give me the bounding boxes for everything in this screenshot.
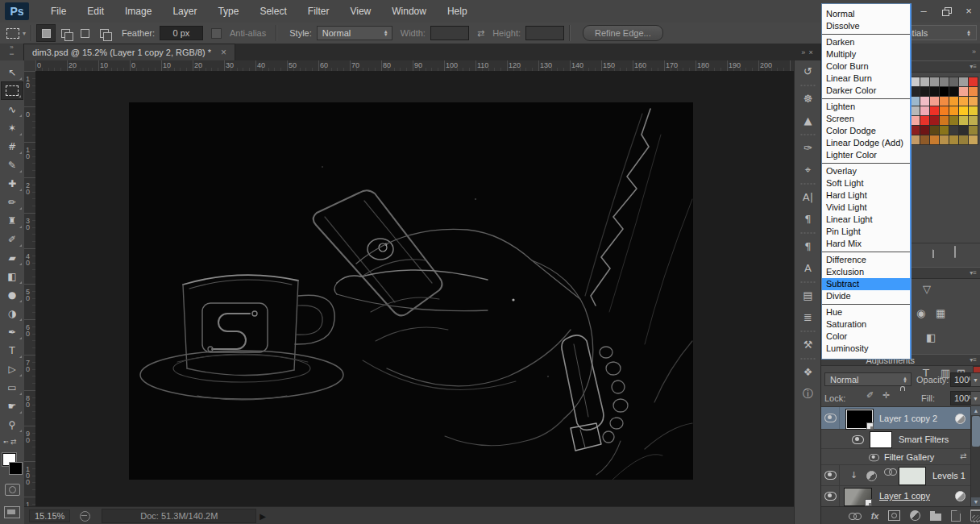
menu-type[interactable]: Type	[207, 1, 249, 22]
extensions-panel-button[interactable]: ❖	[795, 361, 821, 383]
dock-group-handle[interactable]	[800, 328, 816, 334]
add-mask-icon[interactable]	[888, 510, 900, 521]
opacity-dropdown-icon[interactable]: ▼	[970, 372, 980, 387]
info-panel-button[interactable]: ⓘ	[795, 383, 821, 405]
layer-style-fx-icon[interactable]: fx	[871, 511, 879, 521]
new-selection-button[interactable]	[36, 24, 56, 42]
quick-mask-button[interactable]	[5, 484, 20, 496]
document-tab[interactable]: dim3.psd @ 15.2% (Layer 1 copy 2, RGB/8)…	[23, 44, 235, 60]
blend-mode-option-darker-color[interactable]: Darker Color	[822, 85, 910, 97]
history-brush-tool[interactable]: ✐	[1, 230, 23, 248]
gradient-tool[interactable]: ◧	[1, 267, 23, 285]
type-tool[interactable]: T	[1, 341, 23, 360]
intersect-selection-button[interactable]	[94, 24, 114, 42]
swap-dimensions-icon[interactable]: ⇄	[477, 28, 484, 39]
new-adjustment-layer-icon[interactable]	[910, 510, 920, 521]
visibility-eye-icon[interactable]	[824, 471, 837, 480]
blend-mode-option-hue[interactable]: Hue	[822, 306, 910, 318]
tab-close-icon[interactable]: ×	[221, 47, 226, 58]
default-colors-icon[interactable]: ▪▫ ⇄	[3, 438, 23, 449]
new-group-icon[interactable]	[930, 514, 941, 521]
resize-grip[interactable]	[972, 515, 980, 523]
feather-input[interactable]: 0 px	[160, 26, 203, 40]
zoom-tool[interactable]: ⚲	[1, 415, 23, 434]
minimize-button[interactable]: –	[912, 0, 935, 22]
eraser-tool[interactable]: ▰	[1, 248, 23, 267]
current-tool-button[interactable]: ▾	[6, 28, 26, 39]
menu-filter[interactable]: Filter	[297, 1, 340, 22]
layer-comps-panel-button[interactable]: ▤	[795, 285, 821, 306]
paragraph-styles-panel-button[interactable]: ¶	[795, 235, 821, 257]
mask-thumbnail[interactable]	[899, 467, 926, 485]
refine-edge-button[interactable]: Refine Edge...	[583, 25, 663, 41]
menu-window[interactable]: Window	[381, 1, 437, 22]
delete-swatch-button[interactable]	[954, 247, 956, 257]
brush-tool[interactable]: ✏	[1, 193, 23, 211]
visibility-eye-icon[interactable]	[824, 492, 837, 501]
blend-mode-option-luminosity[interactable]: Luminosity	[822, 343, 910, 355]
restore-button[interactable]	[935, 0, 957, 22]
layer-row-smart-filters[interactable]: Smart Filters	[821, 430, 980, 449]
zoom-level-input[interactable]: 15.15%	[29, 509, 70, 522]
dock-group-handle[interactable]	[800, 356, 816, 361]
panel-menu-icon[interactable]: ▾≡	[970, 63, 977, 70]
color-swatch[interactable]	[968, 135, 978, 145]
background-color-swatch[interactable]	[9, 462, 23, 475]
rectangle-tool[interactable]: ▭	[1, 378, 23, 397]
ruler-origin-box[interactable]	[24, 60, 36, 72]
dock-group-handle[interactable]	[800, 279, 816, 285]
scroll-down-icon[interactable]: ▼	[971, 497, 980, 506]
menu-file[interactable]: File	[40, 1, 77, 22]
hand-tool[interactable]: ☛	[1, 397, 23, 415]
menu-help[interactable]: Help	[437, 1, 478, 22]
blend-mode-option-difference[interactable]: Difference	[822, 254, 910, 266]
blend-mode-option-lighter-color[interactable]: Lighter Color	[822, 149, 910, 161]
lock-pixels-button[interactable]: ✐	[866, 390, 874, 401]
healing-brush-tool[interactable]: ✚	[1, 174, 23, 193]
layer-row-levels-1[interactable]: ↓ Levels 1	[821, 465, 980, 486]
width-input[interactable]	[430, 26, 469, 40]
notes-panel-button[interactable]: ≣	[795, 306, 821, 328]
status-menu-arrow-icon[interactable]: ▶	[260, 512, 266, 521]
layer-blend-mode-select[interactable]: Normal ▲▼	[824, 372, 911, 386]
blend-mode-option-pin-light[interactable]: Pin Light	[822, 226, 910, 238]
blur-tool[interactable]: ●	[1, 285, 23, 304]
panel-menu-icon[interactable]: ▾≡	[970, 356, 977, 364]
blend-mode-option-multiply[interactable]: Multiply	[822, 48, 910, 60]
blend-mode-option-screen[interactable]: Screen	[822, 113, 910, 125]
expand-dock-icon[interactable]: »	[801, 48, 805, 56]
blend-mode-option-dissolve[interactable]: Dissolve	[822, 20, 910, 32]
gradient-map-adjustment-icon[interactable]: ◧	[926, 331, 936, 343]
menu-select[interactable]: Select	[249, 1, 297, 22]
menu-edit[interactable]: Edit	[77, 1, 114, 22]
blend-mode-option-soft-light[interactable]: Soft Light	[822, 177, 910, 189]
blend-mode-option-linear-burn[interactable]: Linear Burn	[822, 73, 910, 85]
new-layer-icon[interactable]	[951, 510, 961, 522]
close-button[interactable]: ×	[957, 0, 980, 22]
icon-dock-header[interactable]: » ×	[794, 44, 820, 60]
layers-scrollbar[interactable]: ▲ ▼	[970, 406, 980, 506]
layer-row-layer-1-copy-2[interactable]: Layer 1 copy 2	[821, 407, 980, 430]
lasso-tool[interactable]: ∿	[1, 100, 23, 119]
character-panel-button[interactable]: A|	[795, 186, 821, 208]
layer-name[interactable]: Filter Gallery	[884, 452, 934, 462]
vertical-ruler[interactable]: 1 001 02 03 04 05 06 07 08 09 01 0 01 1 …	[24, 71, 36, 506]
layer-name[interactable]: Layer 1 copy	[879, 491, 930, 501]
blend-mode-option-divide[interactable]: Divide	[822, 290, 910, 302]
visibility-eye-icon[interactable]	[852, 435, 864, 444]
scrollbar-thumb[interactable]	[972, 416, 980, 447]
dock-group-handle[interactable]	[800, 131, 816, 137]
paragraph-panel-button[interactable]: ¶	[795, 208, 821, 230]
layer-row-filter-gallery[interactable]: Filter Gallery ⇄	[821, 449, 980, 465]
blend-mode-option-linear-dodge-add[interactable]: Linear Dodge (Add)	[822, 137, 910, 149]
histogram-panel-button[interactable]: ▲	[795, 110, 821, 131]
blend-mode-option-normal[interactable]: Normal	[822, 8, 910, 20]
dodge-tool[interactable]: ◑	[1, 304, 23, 322]
pen-tool[interactable]: ✒	[1, 322, 23, 341]
blend-mode-option-exclusion[interactable]: Exclusion	[822, 266, 910, 278]
blend-mode-option-subtract[interactable]: Subtract	[822, 278, 910, 290]
menu-view[interactable]: View	[339, 1, 381, 22]
smart-filter-icon[interactable]	[955, 414, 965, 424]
smart-filter-icon[interactable]	[955, 491, 965, 501]
channel-mixer-adjustment-icon[interactable]: ▦	[936, 307, 945, 319]
